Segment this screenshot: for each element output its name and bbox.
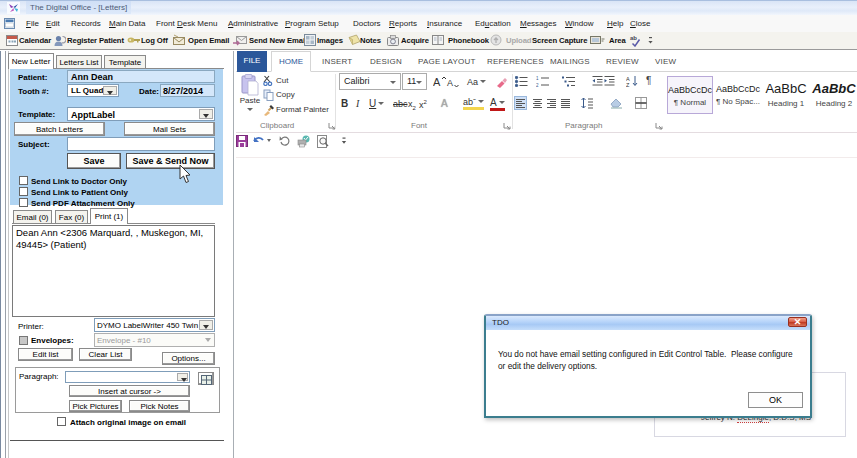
svg-text:A: A	[626, 76, 630, 82]
svg-text:ab: ab	[630, 35, 637, 41]
svg-text:A: A	[433, 76, 441, 88]
svg-text:2: 2	[536, 83, 539, 87]
svg-text:Z: Z	[626, 82, 630, 87]
svg-text:1: 1	[536, 76, 539, 81]
svg-text:A: A	[447, 78, 453, 88]
